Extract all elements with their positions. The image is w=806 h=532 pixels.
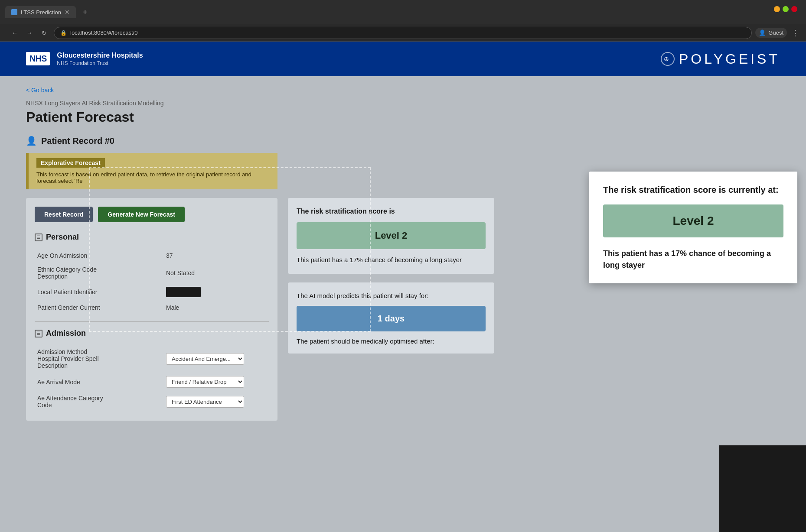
new-tab-button[interactable]: + <box>79 6 91 19</box>
ai-predict-text: The AI model predicts this patient will … <box>297 291 486 301</box>
field-value: Friend / Relative Drop <box>163 373 269 391</box>
stay-duration-badge: 1 days <box>297 306 486 331</box>
url-display: localhost:8080/#/forecast/0 <box>70 29 137 36</box>
admission-method-select[interactable]: Accident And Emerge... <box>166 353 244 365</box>
field-label: Admission MethodHospital Provider SpellD… <box>35 345 163 373</box>
polygeist-icon: ⊕ <box>661 52 675 66</box>
personal-form-table: Age On Admission 37 Ethnic Category Code… <box>35 249 269 315</box>
page-title: Patient Forecast <box>26 109 494 125</box>
field-label: Ae Arrival Mode <box>35 373 163 391</box>
admission-section-header: ☰ Admission <box>35 329 269 338</box>
forecast-results-panel: The risk stratification score is Level 2… <box>288 198 494 354</box>
go-back-link[interactable]: < Go back <box>26 87 494 94</box>
admission-section-title: Admission <box>46 329 86 338</box>
browser-tab[interactable]: LTSS Prediction ✕ <box>5 6 76 18</box>
close-button[interactable] <box>791 6 797 12</box>
action-buttons: Reset Record Generate New Forecast <box>35 207 269 222</box>
field-label: Age On Admission <box>35 249 163 263</box>
field-value: First ED Attendance <box>163 391 269 412</box>
security-icon: 🔒 <box>60 30 67 36</box>
nhs-logo-area: NHS Gloucestershire Hospitals NHS Founda… <box>26 51 143 67</box>
risk-score-title: The risk stratification score is <box>297 207 486 216</box>
explorative-label: Explorative Forecast <box>36 158 105 168</box>
ae-arrival-mode-select[interactable]: Friend / Relative Drop <box>166 376 244 388</box>
org-sub: NHS Foundation Trust <box>57 60 143 67</box>
polygeist-logo: ⊕ POLYGEIST <box>661 51 780 67</box>
field-value: Male <box>163 301 269 315</box>
explorative-text: This forecast is based on edited patient… <box>36 171 270 184</box>
risk-score-card: The risk stratification score is Level 2… <box>288 198 494 274</box>
field-label: Patient Gender Current <box>35 301 163 315</box>
org-text: Gloucestershire Hospitals NHS Foundation… <box>57 51 143 67</box>
field-value: 37 <box>163 249 269 263</box>
chance-text: This patient has a 17% chance of becomin… <box>297 255 486 265</box>
patient-record-title: Patient Record #0 <box>41 136 114 146</box>
field-value <box>163 283 269 301</box>
field-label: Ae Attendance CategoryCode <box>35 391 163 412</box>
admission-section-icon: ☰ <box>35 330 42 337</box>
user-label: Guest <box>768 29 783 36</box>
field-value: Not Stated <box>163 263 269 283</box>
maximize-button[interactable] <box>783 6 789 12</box>
tab-favicon <box>11 9 17 15</box>
patient-record-header: 👤 Patient Record #0 <box>26 136 494 146</box>
browser-edge-area <box>719 445 806 532</box>
personal-section-header: ☰ Personal <box>35 233 269 242</box>
browser-controls: ← → ↻ <box>9 27 50 39</box>
masked-identifier <box>166 287 201 297</box>
field-ae-attendance-category: Ae Attendance CategoryCode First ED Atte… <box>35 391 269 412</box>
nhs-logo: NHS <box>26 52 50 65</box>
tooltip-popup: The risk stratification score is current… <box>589 172 797 283</box>
ai-prediction-card: The AI model predicts this patient will … <box>288 282 494 354</box>
user-icon: 👤 <box>759 29 766 36</box>
field-age-on-admission: Age On Admission 37 <box>35 249 269 263</box>
risk-level-badge: Level 2 <box>297 222 486 249</box>
browser-menu-button[interactable]: ⋮ <box>790 26 801 39</box>
field-local-patient-id: Local Patient Identifier <box>35 283 269 301</box>
explorative-banner: Explorative Forecast This forecast is ba… <box>26 153 277 189</box>
personal-section-icon: ☰ <box>35 234 42 241</box>
tab-title: LTSS Prediction <box>21 9 61 16</box>
patient-icon: 👤 <box>26 136 37 146</box>
user-menu-button[interactable]: 👤 Guest <box>755 28 787 38</box>
tab-close-button[interactable]: ✕ <box>65 9 70 16</box>
forward-button[interactable]: → <box>23 27 36 39</box>
patient-form-panel: Reset Record Generate New Forecast ☰ Per… <box>26 198 277 421</box>
field-value: Accident And Emerge... <box>163 345 269 373</box>
address-bar[interactable]: 🔒 localhost:8080/#/forecast/0 <box>54 27 752 39</box>
brand-name: POLYGEIST <box>679 51 780 67</box>
field-patient-gender: Patient Gender Current Male <box>35 301 269 315</box>
field-label: Local Patient Identifier <box>35 283 163 301</box>
page-subtitle: NHSX Long Stayers AI Risk Stratification… <box>26 100 494 107</box>
admission-form-table: Admission MethodHospital Provider SpellD… <box>35 345 269 412</box>
reload-button[interactable]: ↻ <box>38 27 50 39</box>
tooltip-chance-text: This patient has a 17% chance of becomin… <box>603 248 783 271</box>
minimize-button[interactable] <box>774 6 780 12</box>
personal-section-title: Personal <box>46 233 79 242</box>
ae-attendance-category-select[interactable]: First ED Attendance <box>166 396 244 408</box>
org-name: Gloucestershire Hospitals <box>57 51 143 60</box>
field-label: Ethnic Category CodeDescription <box>35 263 163 283</box>
nhs-header: NHS Gloucestershire Hospitals NHS Founda… <box>0 42 806 76</box>
field-ethnic-category: Ethnic Category CodeDescription Not Stat… <box>35 263 269 283</box>
field-ae-arrival-mode: Ae Arrival Mode Friend / Relative Drop <box>35 373 269 391</box>
back-button[interactable]: ← <box>9 27 21 39</box>
optimise-text: The patient should be medically optimise… <box>297 337 486 345</box>
tooltip-level-badge: Level 2 <box>603 204 783 237</box>
go-back-label: < Go back <box>26 87 54 94</box>
generate-forecast-button[interactable]: Generate New Forecast <box>98 207 185 222</box>
field-admission-method: Admission MethodHospital Provider SpellD… <box>35 345 269 373</box>
reset-record-button[interactable]: Reset Record <box>35 207 93 222</box>
tooltip-title: The risk stratification score is current… <box>603 184 783 196</box>
